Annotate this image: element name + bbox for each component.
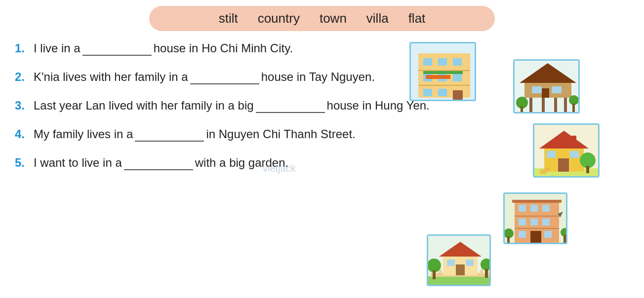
svg-rect-54 (530, 231, 541, 243)
svg-rect-37 (571, 136, 576, 145)
svg-rect-39 (586, 166, 589, 173)
svg-rect-10 (423, 89, 432, 96)
number-3: 3. (15, 99, 30, 112)
svg-rect-78 (466, 260, 474, 266)
blank-3[interactable] (256, 98, 325, 113)
sentence-4-after: in Nguyen Chi Thanh Street. (206, 127, 355, 141)
svg-rect-27 (521, 106, 523, 113)
image-flat (409, 42, 476, 101)
sentence-5-before: I want to live in a (34, 156, 122, 170)
blank-1[interactable] (82, 41, 152, 56)
svg-rect-13 (423, 71, 463, 74)
sentence-2-before: K'nia lives with her family in a (34, 70, 188, 84)
word-bank: stilt country town villa flat (149, 6, 495, 31)
svg-rect-6 (453, 58, 462, 66)
svg-rect-36 (570, 151, 579, 158)
svg-rect-23 (552, 86, 562, 93)
svg-rect-52 (542, 219, 550, 225)
svg-rect-66 (439, 269, 442, 277)
svg-rect-77 (447, 260, 455, 266)
svg-rect-14 (426, 75, 450, 79)
word-bank-box: stilt country town villa flat (149, 6, 495, 31)
svg-rect-11 (438, 89, 447, 96)
sentence-2-after: house in Tay Nguyen. (261, 70, 375, 84)
svg-rect-22 (532, 86, 542, 93)
word-country: country (258, 11, 300, 26)
svg-rect-59 (507, 236, 510, 244)
svg-rect-5 (438, 58, 447, 66)
svg-rect-24 (542, 88, 549, 98)
svg-rect-48 (530, 205, 538, 212)
sentence-5-after: with a big garden. (195, 156, 288, 170)
svg-rect-29 (572, 104, 575, 112)
svg-rect-25 (515, 112, 580, 113)
svg-rect-73 (481, 269, 483, 277)
sentence-1-after: house in Ho Chi Minh City. (154, 41, 293, 55)
sentence-1-before: I live in a (34, 41, 80, 55)
word-stilt: stilt (219, 11, 238, 26)
sentence-3-before: Last year Lan lived with her family in a… (34, 99, 254, 112)
svg-rect-4 (423, 58, 432, 66)
svg-rect-47 (519, 205, 526, 212)
number-1: 1. (15, 41, 30, 55)
image-villa (503, 192, 567, 244)
blank-4[interactable] (135, 127, 204, 142)
svg-rect-51 (530, 219, 538, 225)
svg-rect-53 (519, 231, 526, 238)
word-villa: villa (366, 11, 389, 26)
blank-5[interactable] (124, 155, 193, 170)
svg-rect-55 (544, 231, 552, 238)
blank-2[interactable] (190, 70, 259, 84)
svg-rect-63 (428, 276, 491, 286)
image-country (533, 123, 600, 178)
svg-rect-50 (519, 219, 526, 225)
number-5: 5. (15, 156, 30, 170)
number-4: 4. (15, 127, 30, 141)
svg-rect-9 (453, 74, 462, 81)
image-stilt (513, 59, 580, 113)
svg-rect-56 (512, 200, 562, 203)
word-town: town (320, 11, 347, 26)
image-villa-garden (427, 234, 491, 286)
word-flat: flat (408, 11, 426, 26)
svg-rect-81 (433, 270, 436, 279)
sentence-4-before: My family lives in a (34, 127, 133, 141)
svg-rect-49 (542, 205, 550, 212)
svg-rect-83 (485, 269, 488, 278)
svg-rect-35 (547, 151, 556, 158)
sentence-1: 1. I live in a house in Ho Chi Minh City… (15, 41, 644, 56)
svg-rect-34 (558, 158, 569, 172)
number-2: 2. (15, 70, 30, 84)
svg-rect-79 (456, 264, 465, 275)
svg-rect-61 (564, 235, 566, 244)
svg-rect-12 (453, 90, 463, 100)
